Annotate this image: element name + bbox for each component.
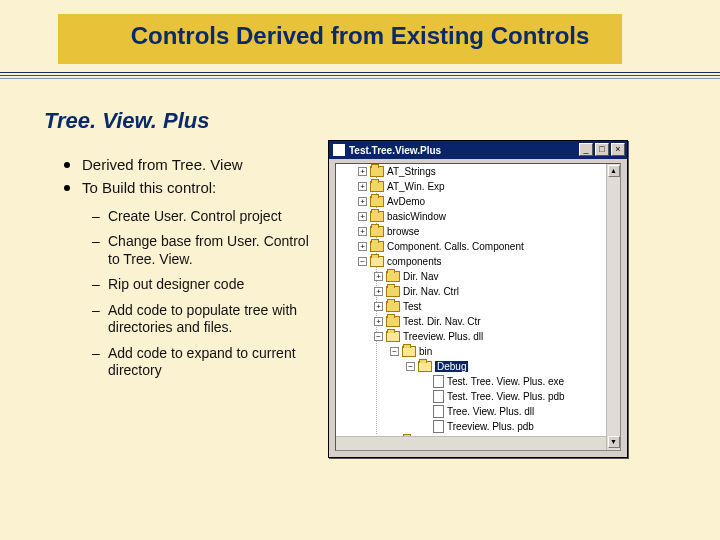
bullet-2-label: To Build this control: (82, 179, 216, 196)
folder-open-icon (370, 256, 384, 267)
node-label: Component. Calls. Component (387, 241, 524, 252)
bullet-1: Derived from Tree. View (60, 156, 320, 175)
bullet-2: To Build this control: Create User. Cont… (60, 179, 320, 380)
tree-node[interactable]: −Debug (340, 359, 606, 374)
expand-icon[interactable]: + (374, 287, 383, 296)
window-titlebar[interactable]: Test.Tree.View.Plus _ □ × (329, 141, 627, 159)
folder-open-icon (402, 346, 416, 357)
minimize-button[interactable]: _ (579, 143, 593, 156)
slide-subtitle: Tree. View. Plus (44, 108, 209, 134)
node-label: Tree. View. Plus. dll (447, 406, 534, 417)
file-icon (433, 420, 444, 433)
folder-icon (370, 241, 384, 252)
folder-icon (386, 271, 400, 282)
expand-icon[interactable]: + (358, 167, 367, 176)
sub-5: Add code to expand to current directory (92, 345, 320, 380)
node-label: Test. Tree. View. Plus. exe (447, 376, 564, 387)
tree-panel: +AT_Strings +AT_Win. Exp +AvDemo +basicW… (335, 163, 621, 451)
tree-node[interactable]: +AT_Strings (340, 164, 606, 179)
sub-1: Create User. Control project (92, 208, 320, 226)
tree-node[interactable]: −bin (340, 344, 606, 359)
node-label: Dir. Nav. Ctrl (403, 286, 459, 297)
node-label: Treeview. Plus. pdb (447, 421, 534, 432)
expand-icon[interactable]: + (374, 302, 383, 311)
node-label: AvDemo (387, 196, 425, 207)
folder-icon (386, 286, 400, 297)
expand-icon[interactable]: + (358, 197, 367, 206)
expand-icon[interactable]: − (390, 347, 399, 356)
node-label-selected: Debug (435, 361, 468, 372)
scroll-up-button[interactable]: ▲ (608, 165, 620, 177)
node-label: AT_Win. Exp (387, 181, 445, 192)
tree-node[interactable]: +browse (340, 224, 606, 239)
folder-icon (370, 211, 384, 222)
tree-node[interactable]: Test. Tree. View. Plus. exe (340, 374, 606, 389)
maximize-button[interactable]: □ (595, 143, 609, 156)
screenshot-window: Test.Tree.View.Plus _ □ × +AT_Strings +A… (328, 140, 628, 458)
node-label: components (387, 256, 441, 267)
folder-icon (370, 181, 384, 192)
expand-icon[interactable]: − (406, 362, 415, 371)
folder-icon (386, 316, 400, 327)
sub-4: Add code to populate tree with directori… (92, 302, 320, 337)
node-label: Test (403, 301, 421, 312)
node-label: browse (387, 226, 419, 237)
tree-node[interactable]: −Treeview. Plus. dll (340, 329, 606, 344)
tree-node[interactable]: +Component. Calls. Component (340, 239, 606, 254)
divider-rules (0, 72, 720, 81)
horizontal-scrollbar[interactable] (336, 436, 606, 450)
file-icon (433, 405, 444, 418)
tree-node[interactable]: Treeview. Plus. pdb (340, 419, 606, 434)
sub-3: Rip out designer code (92, 276, 320, 294)
app-icon (333, 144, 345, 156)
vertical-scrollbar[interactable]: ▲ ▼ (606, 164, 620, 450)
file-icon (401, 450, 412, 451)
tree-node[interactable]: Tree. View. Plus. dll (340, 404, 606, 419)
folder-icon (370, 226, 384, 237)
node-label: bin (419, 346, 432, 357)
sub-2: Change base from User. Control to Tree. … (92, 233, 320, 268)
node-label: Test. Dir. Nav. Ctr (403, 316, 481, 327)
expand-icon[interactable]: + (374, 272, 383, 281)
expand-icon[interactable]: − (358, 257, 367, 266)
tree-node[interactable]: +basicWindow (340, 209, 606, 224)
folder-icon (370, 166, 384, 177)
tree-node[interactable]: +Test. Dir. Nav. Ctr (340, 314, 606, 329)
tree-node[interactable]: +AvDemo (340, 194, 606, 209)
tree-node[interactable]: +Dir. Nav. Ctrl (340, 284, 606, 299)
expand-icon[interactable]: + (358, 227, 367, 236)
expand-icon[interactable]: + (358, 242, 367, 251)
tree-view[interactable]: +AT_Strings +AT_Win. Exp +AvDemo +basicW… (336, 164, 606, 436)
node-label: Test. Tree. View. Plus. pdb (447, 391, 565, 402)
close-button[interactable]: × (611, 143, 625, 156)
tree-node[interactable]: −components (340, 254, 606, 269)
node-label: basicWindow (387, 211, 446, 222)
window-title: Test.Tree.View.Plus (349, 145, 441, 156)
tree-node[interactable]: +Dir. Nav (340, 269, 606, 284)
scroll-down-button[interactable]: ▼ (608, 436, 620, 448)
folder-icon (370, 196, 384, 207)
expand-icon[interactable]: − (374, 332, 383, 341)
expand-icon[interactable]: + (358, 182, 367, 191)
folder-icon (386, 301, 400, 312)
expand-icon[interactable]: + (374, 317, 383, 326)
node-label: Treeview. Plus. dll (403, 331, 483, 342)
node-label: Dir. Nav (403, 271, 439, 282)
expand-icon[interactable]: + (358, 212, 367, 221)
tree-node[interactable]: +Test (340, 299, 606, 314)
node-label: AT_Strings (387, 166, 436, 177)
body-column: Derived from Tree. View To Build this co… (60, 156, 320, 388)
tree-node[interactable]: +AT_Win. Exp (340, 179, 606, 194)
tree-node[interactable]: Test. Tree. View. Plus. pdb (340, 389, 606, 404)
file-icon (433, 375, 444, 388)
folder-open-icon (386, 331, 400, 342)
folder-open-icon (418, 361, 432, 372)
slide-title: Controls Derived from Existing Controls (0, 22, 720, 50)
file-icon (433, 390, 444, 403)
